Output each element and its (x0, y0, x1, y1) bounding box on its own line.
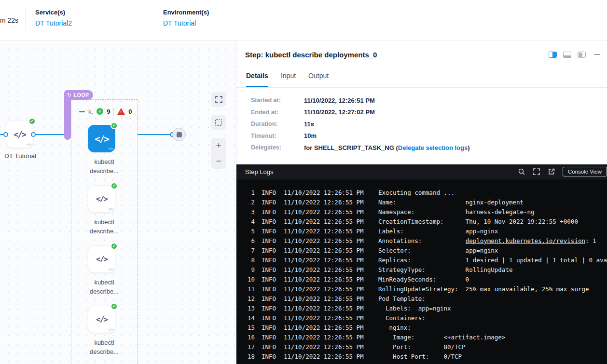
log-message: StrategyType: RollingUpdate (378, 266, 512, 273)
log-line: 8INFO11/10/2022 12:26:55 PMReplicas: 1 d… (242, 255, 607, 265)
code-icon: </> (14, 130, 26, 139)
detail-value: 11/10/2022, 12:27:02 PM (304, 108, 375, 116)
log-level: INFO (262, 228, 284, 235)
log-level: INFO (262, 276, 284, 283)
execution-duration: m 22s (0, 16, 18, 24)
pipeline-step-node[interactable]: </>✓</> (88, 245, 115, 273)
log-message: Executing command ... (378, 189, 455, 196)
tab-output[interactable]: Output (308, 66, 329, 87)
fullscreen-icon (533, 168, 540, 175)
log-line-number: 13 (242, 305, 255, 312)
log-line: 9INFO11/10/2022 12:26:55 PMStrategyType:… (242, 265, 607, 274)
pipeline-canvas[interactable]: ↻ LOOP k. ✓ 9 ! 0 </> ✓ </> DT Tutorial (0, 40, 236, 364)
success-check-icon: ✓ (110, 182, 118, 189)
layout-split-left-icon[interactable] (578, 52, 586, 58)
log-line: 6INFO11/10/2022 12:26:55 PMAnnotations: … (242, 236, 607, 245)
detail-value: 11/10/2022, 12:26:51 PM (304, 97, 375, 104)
search-icon (518, 168, 525, 175)
detail-label: Started at: (251, 97, 304, 104)
pipeline-step-node[interactable]: </>✓</> (88, 185, 115, 213)
log-level: INFO (262, 305, 284, 312)
shell-script-type-icon: </> (26, 143, 31, 147)
environment-link[interactable]: DT Tutorial (163, 19, 209, 27)
log-line-number: 5 (242, 228, 255, 235)
log-line: 16INFO11/10/2022 12:26:55 PM Image: <+ar… (242, 332, 607, 342)
fit-to-screen-button[interactable] (211, 92, 226, 107)
pipeline-execution-page: m 22s Service(s) DT Tutorial2 Environmen… (0, 0, 607, 364)
log-timestamp: 11/10/2022 12:26:55 PM (284, 324, 378, 331)
step-detail-tabs: DetailsInputOutput (236, 66, 607, 88)
log-message: RollingUpdateStrategy: 25% max unavailab… (378, 285, 589, 293)
loop-badge-label: LOOP (74, 92, 89, 98)
log-message: Image: <+artifact.image> (378, 334, 505, 341)
log-timestamp: 11/10/2022 12:26:55 PM (284, 334, 378, 341)
log-line: 5INFO11/10/2022 12:26:55 PMLabels: app=n… (242, 226, 607, 236)
log-line-number: 15 (242, 324, 255, 331)
zoom-out-button[interactable]: − (211, 153, 226, 169)
pipeline-step-node[interactable]: </>✓</> (88, 125, 115, 152)
log-level: INFO (262, 247, 284, 254)
delegate-selection-logs-link[interactable]: Delegate selection logs (398, 144, 468, 151)
shell-script-type-icon: </> (108, 268, 113, 271)
log-search-button[interactable] (518, 168, 525, 175)
log-timestamp: 11/10/2022 12:26:55 PM (284, 276, 378, 283)
detail-value: 10m (304, 132, 317, 139)
shell-script-type-icon: </> (108, 328, 113, 332)
loop-badge[interactable]: ↻ LOOP (64, 90, 93, 100)
log-level: INFO (262, 285, 284, 293)
log-console[interactable]: 1INFO11/10/2022 12:26:51 PMExecuting com… (236, 179, 607, 364)
log-timestamp: 11/10/2022 12:26:55 PM (284, 314, 378, 322)
count-divider (113, 108, 114, 116)
collapse-group-icon[interactable] (79, 111, 85, 112)
log-line: 10INFO11/10/2022 12:26:55 PMMinReadySeco… (242, 274, 607, 284)
log-open-new-tab-button[interactable] (548, 168, 555, 175)
tab-input[interactable]: Input (281, 66, 296, 87)
log-line: 4INFO11/10/2022 12:26:55 PMCreationTimes… (242, 216, 607, 226)
loop-icon: ↻ (67, 92, 72, 98)
group-name: k. (88, 108, 93, 115)
log-level: INFO (262, 218, 284, 225)
success-check-icon: ✓ (28, 118, 36, 125)
success-count: 9 (107, 108, 110, 115)
log-link[interactable]: deployment.kubernetes.io/revision (466, 237, 585, 244)
minimize-panel-icon[interactable] (594, 54, 600, 55)
service-link[interactable]: DT Tutorial2 (35, 19, 72, 27)
log-line-number: 12 (242, 295, 255, 302)
log-timestamp: 11/10/2022 12:26:55 PM (284, 208, 378, 216)
log-level: INFO (262, 314, 284, 322)
console-view-button[interactable]: Console View (563, 167, 607, 176)
success-check-icon: ✓ (110, 303, 118, 310)
tab-details[interactable]: Details (246, 66, 268, 87)
log-timestamp: 11/10/2022 12:26:55 PM (284, 247, 378, 254)
node-port[interactable] (3, 132, 8, 137)
step-node-label: kubectldescribe... (71, 338, 138, 356)
log-line-number: 2 (242, 199, 255, 206)
pipeline-step-node[interactable]: </>✓</> (88, 306, 115, 333)
log-line-number: 10 (242, 276, 255, 283)
error-count: 0 (128, 108, 132, 115)
log-level: INFO (262, 266, 284, 273)
log-level: INFO (262, 256, 284, 264)
pipeline-end-node[interactable] (172, 128, 186, 141)
log-message: nginx: (378, 324, 411, 331)
marquee-select-button[interactable] (211, 115, 226, 130)
edge (33, 134, 65, 135)
layout-split-right-icon[interactable] (549, 52, 557, 58)
node-port[interactable] (31, 132, 36, 137)
panel-layout-controls (549, 52, 600, 58)
edge (138, 134, 172, 135)
detail-label: Duration: (251, 121, 304, 127)
execution-header-bar: m 22s Service(s) DT Tutorial2 Environmen… (0, 0, 607, 40)
zoom-in-button[interactable]: + (211, 138, 226, 153)
step-node-label: kubectldescribe... (71, 217, 138, 236)
log-level: INFO (262, 353, 284, 360)
header-divider (26, 8, 26, 30)
log-fullscreen-button[interactable] (533, 168, 540, 175)
detail-label: Delegates: (251, 144, 304, 151)
log-line-number: 7 (242, 247, 255, 254)
step-logs-section: Step Logs (236, 164, 607, 364)
log-line: 14INFO11/10/2022 12:26:55 PM Containers: (242, 313, 607, 323)
layout-split-bottom-icon[interactable] (563, 52, 571, 58)
log-line-number: 4 (242, 218, 255, 225)
stage-node-dt-tutorial[interactable]: </> ✓ </> (6, 121, 33, 148)
